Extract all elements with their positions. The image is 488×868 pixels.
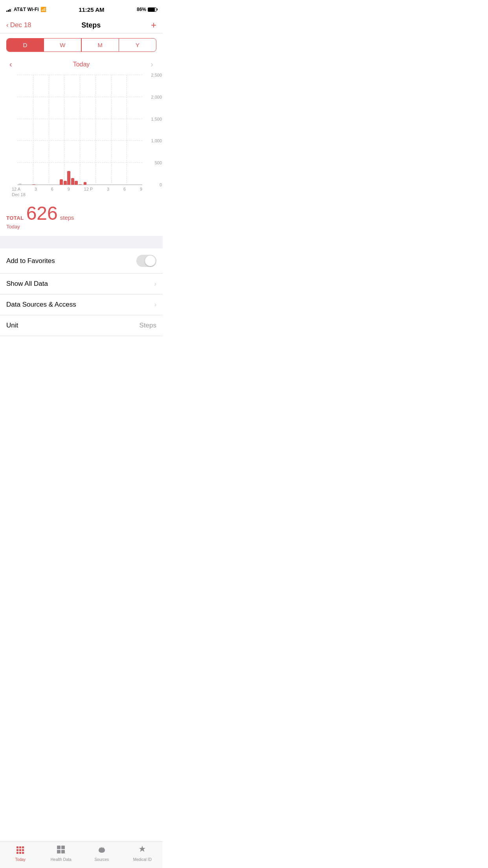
- list-section: Add to Favorites Show All Data › Data So…: [0, 248, 163, 336]
- show-all-data-chevron: ›: [154, 280, 156, 287]
- unit-label: Unit: [6, 322, 18, 329]
- date-back-button[interactable]: ‹: [6, 58, 15, 70]
- chart-bar-8: [64, 181, 67, 185]
- back-arrow-icon: ‹: [6, 21, 9, 29]
- chart-bar-10: [71, 178, 74, 185]
- data-sources-row[interactable]: Data Sources & Access ›: [0, 294, 163, 315]
- x-label-9: 9: [68, 187, 70, 191]
- stats-date: Today: [6, 224, 156, 230]
- y-label-1500: 1,500: [151, 117, 162, 121]
- favorites-toggle[interactable]: [136, 255, 156, 267]
- chart-area: 2,500 2,000 1,500 1,000 500 0: [17, 75, 142, 185]
- x-label-3: 3: [35, 187, 37, 191]
- y-label-1000: 1,000: [151, 138, 162, 143]
- signal-icon: [6, 7, 12, 12]
- x-label-3p: 3: [107, 187, 109, 191]
- chart-bar-13: [84, 182, 87, 185]
- y-axis-labels: 2,500 2,000 1,500 1,000 500 0: [144, 75, 162, 185]
- x-label-9p: 9: [140, 187, 142, 191]
- segment-month[interactable]: M: [82, 39, 119, 51]
- time-label: 11:25 AM: [79, 6, 104, 13]
- status-bar: AT&T Wi-Fi 📶 11:25 AM 86%: [0, 0, 163, 17]
- chart-bar-7: [60, 179, 63, 185]
- segment-day[interactable]: D: [7, 39, 44, 51]
- toggle-knob: [145, 256, 156, 266]
- unit-value: Steps: [139, 322, 156, 329]
- back-button[interactable]: ‹ Dec 18: [6, 21, 31, 29]
- chart-bar-12: [79, 184, 82, 185]
- y-label-0: 0: [160, 182, 162, 187]
- back-label: Dec 18: [10, 21, 31, 29]
- x-label-12p: 12 P: [84, 187, 93, 191]
- wifi-icon: 📶: [40, 7, 46, 12]
- segment-week[interactable]: W: [44, 39, 81, 51]
- segment-year[interactable]: Y: [119, 39, 156, 51]
- chart-bar-11: [75, 181, 78, 185]
- y-label-2000: 2,000: [151, 95, 162, 99]
- date-label: Today: [73, 61, 90, 68]
- x-label-6: 6: [51, 187, 53, 191]
- x-label-6p: 6: [123, 187, 126, 191]
- chart-container: 2,500 2,000 1,500 1,000 500 0 12 A 3 6 9…: [0, 72, 163, 198]
- stats-section: TOTAL 626 steps Today: [0, 198, 163, 233]
- add-button[interactable]: +: [151, 20, 156, 30]
- battery-icon: [148, 7, 156, 12]
- unit-row[interactable]: Unit Steps: [0, 315, 163, 336]
- add-to-favorites-label: Add to Favorites: [6, 257, 55, 265]
- chart-bar-1: [32, 184, 35, 185]
- stats-unit: steps: [60, 214, 74, 221]
- chart-bar-0: [18, 184, 22, 185]
- battery-label: 86%: [137, 7, 146, 12]
- show-all-data-label: Show All Data: [6, 280, 48, 288]
- stats-row: TOTAL 626 steps: [6, 204, 156, 223]
- status-right: 86%: [137, 7, 156, 12]
- stats-label: TOTAL: [6, 215, 24, 221]
- nav-header: ‹ Dec 18 Steps +: [0, 17, 163, 33]
- data-sources-chevron: ›: [154, 301, 156, 308]
- date-navigation: ‹ Today ›: [0, 57, 163, 72]
- x-axis-labels: 12 A 3 6 9 12 P 3 6 9: [12, 185, 142, 191]
- status-left: AT&T Wi-Fi 📶: [6, 7, 46, 12]
- show-all-data-row[interactable]: Show All Data ›: [0, 274, 163, 294]
- x-label-12a: 12 A: [12, 187, 20, 191]
- chart-date-label: Dec 18: [12, 191, 163, 197]
- page-title: Steps: [81, 21, 101, 29]
- section-separator: [0, 236, 163, 248]
- date-forward-button[interactable]: ›: [147, 58, 156, 70]
- data-sources-label: Data Sources & Access: [6, 301, 76, 309]
- chart-grid: [17, 75, 142, 185]
- stats-value: 626: [26, 204, 58, 223]
- add-to-favorites-row[interactable]: Add to Favorites: [0, 248, 163, 274]
- y-label-500: 500: [155, 160, 162, 165]
- chart-bar-9: [67, 171, 70, 185]
- y-label-2500: 2,500: [151, 73, 162, 77]
- carrier-label: AT&T Wi-Fi: [14, 7, 39, 12]
- segment-control: D W M Y: [6, 38, 156, 52]
